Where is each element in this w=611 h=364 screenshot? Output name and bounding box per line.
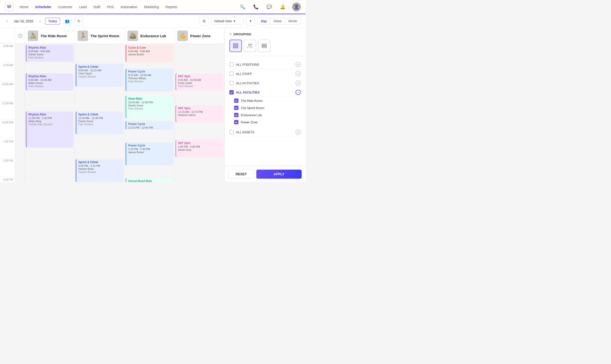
time-slot-11am: 11:00 AM (0, 101, 15, 120)
all-facilities-label: ALL FACILITIES (236, 91, 260, 94)
nav-marketing[interactable]: Marketing (144, 4, 159, 10)
star-button[interactable]: ✦ (246, 17, 255, 26)
checkbox-sprint-room[interactable] (234, 106, 239, 110)
svg-rect-6 (262, 44, 266, 45)
nav-lead[interactable]: Lead (79, 4, 87, 10)
collapse-all-facilities[interactable]: − (295, 90, 301, 95)
checkbox-ride-room[interactable] (234, 99, 239, 103)
svg-rect-2 (233, 46, 235, 48)
reset-button[interactable]: RESET (228, 169, 254, 179)
time-slot-9am: 9:00 AM (0, 63, 15, 82)
nav-scheduler[interactable]: Scheduler (35, 4, 52, 10)
event-rhythm-ride-2[interactable]: Rhythm Ride 9:30 AM - 10:30 AM Aiden Gre… (26, 73, 74, 91)
expand-all-staff[interactable]: + (295, 71, 301, 76)
search-icon[interactable]: 🔍 (239, 3, 246, 11)
view-toggle: Day Week Month (257, 18, 301, 25)
time-slot-1pm: 1:00 PM (0, 139, 15, 158)
power-zone-col: HIIT Spin 9:30 AM - 10:30 AM Emily Gelle… (174, 44, 224, 182)
grouping-section: ≡ GROUPING (225, 28, 306, 56)
time-slot-2pm: 2:00 PM (0, 158, 15, 177)
event-glow-ride[interactable]: Glow Ride 10:45 AM - 12:00 PM Daniel Jon… (126, 96, 173, 118)
time-column: 8:00 AM 9:00 AM 10:00 AM 11:00 AM 12:00 … (0, 44, 15, 182)
facility-name-ride-room: The Ride Room (241, 99, 263, 103)
event-virtual-road-ride[interactable]: Virtual Road Ride (126, 178, 173, 182)
grouping-header: ≡ GROUPING (229, 32, 301, 36)
checkbox-all-facilities[interactable] (229, 90, 234, 94)
room-header-power[interactable]: 💪 Power Zone (174, 28, 224, 43)
event-rhythm-ride-1[interactable]: Rhythm Ride 8:00 AM - 9:00 AM Daniel Jon… (26, 45, 74, 62)
apply-button[interactable]: APPLY (256, 169, 302, 179)
day-view-button[interactable]: Day (258, 18, 270, 24)
checkbox-all-activities[interactable] (229, 81, 234, 85)
event-sprint-climb-1[interactable]: Sprint & Climb 9:00 AM - 10:15 AM Chris … (76, 64, 123, 87)
panel-footer: RESET APPLY (225, 166, 306, 182)
whatsapp-icon[interactable]: 💬 (266, 3, 273, 11)
event-power-cycle-1[interactable]: Power Cycle 9:15 AM - 10:30 AM Thomas Wi… (126, 68, 173, 91)
grouping-list-button[interactable] (258, 39, 270, 52)
filter-button[interactable]: ⚙ (200, 17, 208, 26)
event-sprint-climb-2[interactable]: Sprint & Climb 11:30 AM - 12:45 PM Danie… (76, 111, 123, 134)
rooms-grid: Rhythm Ride 8:00 AM - 9:00 AM Daniel Jon… (25, 44, 224, 182)
time-slot-12pm: 12:00 PM (0, 120, 15, 139)
room-thumb-power: 💪 (177, 30, 188, 41)
room-header-sprint[interactable]: 🏃 The Sprint Room (75, 28, 125, 43)
nav-home[interactable]: Home (19, 4, 29, 10)
grouping-title: GROUPING (233, 32, 251, 36)
expand-all-activities[interactable]: + (295, 80, 301, 86)
event-hiit-spin-2[interactable]: HIIT Spin 11:15 AM - 12:15 PM Stephen Ha… (175, 105, 223, 122)
app-logo: W (5, 3, 13, 11)
expand-all-assets[interactable]: + (295, 130, 301, 135)
facility-name-sprint-room: The Sprint Room (241, 106, 264, 110)
room-name-endurance: Endurance Lab (140, 34, 166, 38)
nav-customer[interactable]: Customer (57, 4, 73, 10)
event-power-cycle-3[interactable]: Power Cycle 1:15 PM - 2:30 PM James Brow… (126, 143, 173, 165)
time-slot-8am: 8:00 AM (0, 44, 15, 63)
month-view-button[interactable]: Month (285, 18, 301, 24)
event-power-cycle-2[interactable]: Power Cycle 12:15 PM - 12:45 PM (126, 121, 173, 130)
checkbox-endurance-lab[interactable] (234, 113, 239, 117)
notification-icon[interactable]: 🔔 (279, 3, 286, 11)
event-sprint-climb-3[interactable]: Sprint & Climb 2:00 PM - 3:15 PM Herbert… (76, 159, 123, 182)
checkbox-all-assets[interactable] (229, 130, 234, 134)
room-header-ride[interactable]: 🚴 The Ride Room (25, 28, 75, 43)
current-date: Jan 10, 2025 (14, 19, 33, 23)
week-view-button[interactable]: Week (270, 18, 285, 24)
nav-reports[interactable]: Reports (165, 4, 178, 10)
event-cycle-core[interactable]: Cycle & Core 8:00 AM - 9:00 AM James Bro… (126, 45, 173, 62)
time-col-header (0, 28, 15, 43)
checkbox-all-staff[interactable] (229, 72, 234, 76)
nav-pos[interactable]: POS (106, 4, 114, 10)
nav-staff[interactable]: Staff (93, 4, 101, 10)
facility-ride-room[interactable]: The Ride Room (229, 97, 301, 104)
next-date-button[interactable]: › (38, 18, 42, 25)
expand-all-positions[interactable]: + (295, 62, 301, 67)
checkbox-power-zone[interactable] (234, 120, 239, 124)
prev-date-button[interactable]: ‹ (5, 18, 9, 25)
filter-all-assets: ALL ASSETS + (229, 128, 301, 137)
today-button[interactable]: Today (45, 18, 60, 25)
grouping-options (229, 39, 301, 52)
svg-rect-8 (262, 47, 266, 48)
facility-endurance-lab[interactable]: Endurance Lab (229, 111, 301, 118)
event-hiit-spin-3[interactable]: HIIT Spin 1:00 PM - 2:00 PM Derek Grey (175, 140, 223, 157)
room-headers: 🕐 🚴 The Ride Room 🏃 The Sprint Room 🚵 En… (0, 28, 224, 44)
grouping-people-button[interactable] (244, 39, 256, 52)
endurance-lab-col: Cycle & Core 8:00 AM - 9:00 AM James Bro… (125, 44, 174, 182)
svg-point-4 (249, 44, 250, 45)
room-header-endurance[interactable]: 🚵 Endurance Lab (125, 28, 174, 43)
grouping-icon: ≡ (229, 32, 231, 36)
room-thumb-sprint: 🏃 (78, 30, 88, 41)
grouping-grid-button[interactable] (229, 39, 242, 52)
facility-sprint-room[interactable]: The Sprint Room (229, 104, 301, 111)
team-view-button[interactable]: 👥 (63, 17, 72, 26)
room-name-power: Power Zone (190, 34, 211, 38)
default-view-dropdown[interactable]: Default View ▾ (211, 18, 243, 25)
phone-icon[interactable]: 📞 (252, 3, 260, 11)
facility-power-zone[interactable]: Power Zone (229, 118, 301, 126)
user-avatar[interactable]: 👤 (292, 3, 301, 11)
refresh-button[interactable]: ↻ (74, 17, 83, 26)
event-hiit-spin-1[interactable]: HIIT Spin 9:30 AM - 10:30 AM Emily Gelle… (175, 73, 223, 91)
checkbox-all-positions[interactable] (229, 62, 234, 66)
event-rhythm-ride-3[interactable]: Rhythm Ride 11:30 PM - 1:30 PM Adam Bing… (26, 111, 74, 148)
nav-automation[interactable]: Automation (120, 4, 138, 10)
